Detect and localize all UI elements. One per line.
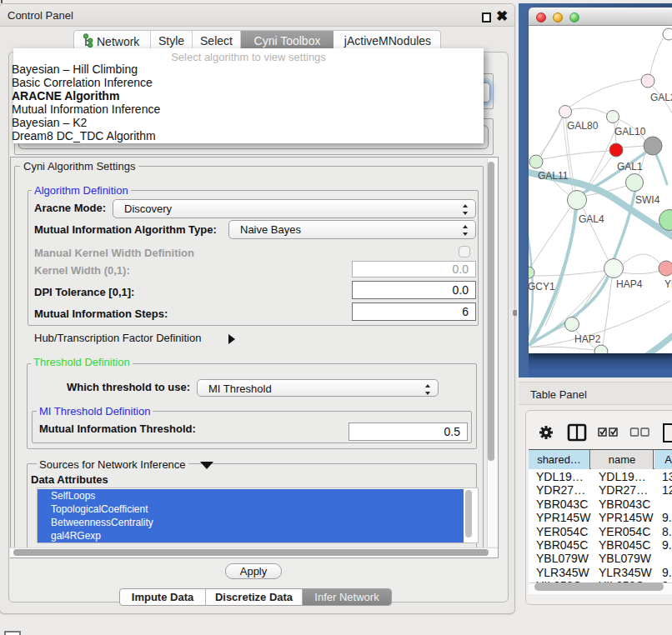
svg-text:GAL2: GAL2 [650, 92, 672, 103]
svg-text:SWI4: SWI4 [635, 194, 660, 206]
svg-text:HAP2: HAP2 [574, 333, 601, 345]
svg-text:GAL11: GAL11 [538, 170, 569, 182]
svg-text:GAL10: GAL10 [614, 126, 646, 138]
svg-text:GAL80: GAL80 [567, 120, 599, 132]
svg-text:HAP4: HAP4 [616, 278, 643, 290]
svg-text:YM: YM [664, 278, 672, 290]
svg-text:GAL1: GAL1 [617, 161, 643, 172]
svg-text:GCY1: GCY1 [529, 281, 555, 292]
svg-text:GAL4: GAL4 [579, 213, 604, 225]
